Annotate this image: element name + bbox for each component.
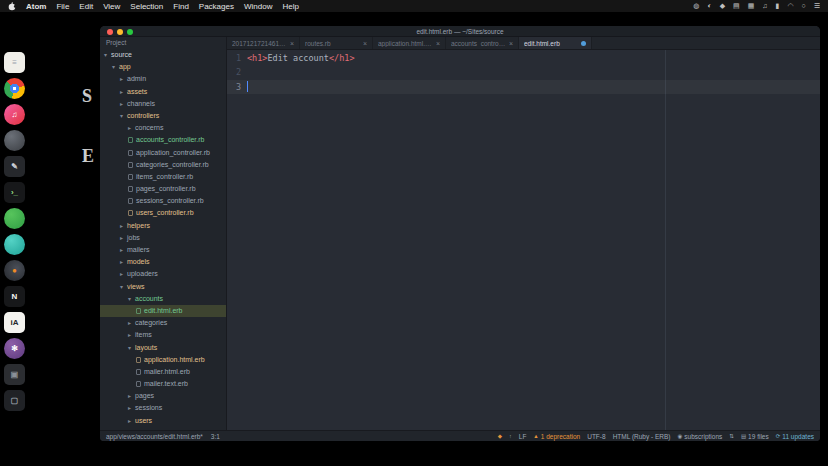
tree-folder-users[interactable]: ▸users [100, 415, 226, 427]
tree-folder-models[interactable]: ▸models [100, 256, 226, 268]
tree-file-edit.html.erb[interactable]: edit.html.erb [100, 305, 226, 317]
tree-file-users_controller.rb[interactable]: users_controller.rb [100, 207, 226, 219]
apple-menu-icon[interactable] [8, 2, 17, 11]
tab-20171217214615-add-strip-[interactable]: 20171217214615_add_strip…× [227, 37, 300, 49]
subscriptions-indicator[interactable]: ◉subscriptions [678, 433, 723, 440]
menubar-extra-icon-1[interactable]: ◍ [693, 0, 699, 12]
tree-file-categories_controller.rb[interactable]: categories_controller.rb [100, 159, 226, 171]
menu-item-file[interactable]: File [56, 2, 69, 11]
menu-item-selection[interactable]: Selection [130, 2, 163, 11]
volume-icon[interactable]: ♫ [762, 0, 767, 12]
photoshop-icon[interactable]: ✎ [4, 156, 25, 177]
tree-file-sessions_controller.rb[interactable]: sessions_controller.rb [100, 195, 226, 207]
menu-item-packages[interactable]: Packages [199, 2, 234, 11]
close-icon[interactable]: × [363, 37, 367, 50]
wifi-icon[interactable]: ◠ [787, 0, 793, 12]
tab-bar: 20171217214615_add_strip…×routes.rb×appl… [227, 37, 820, 50]
tree-file-items_controller.rb[interactable]: items_controller.rb [100, 171, 226, 183]
window-title-bar[interactable]: edit.html.erb — ~/Sites/source [100, 26, 820, 37]
notion-icon[interactable]: N [4, 286, 25, 307]
notification-center-icon[interactable]: ☰ [814, 0, 820, 12]
menu-item-view[interactable]: View [103, 2, 120, 11]
itunes-icon[interactable]: ♫ [4, 104, 25, 125]
code-token: Edit account [267, 53, 328, 63]
messages-icon[interactable] [4, 130, 25, 151]
updates-indicator[interactable]: ⟳11 updates [776, 433, 814, 440]
file-icon [136, 369, 141, 375]
close-icon[interactable]: × [290, 37, 294, 50]
menu-app-name[interactable]: Atom [26, 2, 46, 11]
notes-app-icon[interactable]: ≡ [4, 52, 25, 73]
slack-icon[interactable]: ✻ [4, 338, 25, 359]
grammar-indicator[interactable]: HTML (Ruby - ERB) [613, 433, 671, 440]
tree-file-accounts_controller.rb[interactable]: accounts_controller.rb [100, 134, 226, 146]
tree-folder-concerns[interactable]: ▸concerns [100, 122, 226, 134]
tab-routes.rb[interactable]: routes.rb× [300, 37, 373, 49]
tab-edit.html.erb[interactable]: edit.html.erb [519, 37, 592, 49]
tree-folder-accounts[interactable]: ▾accounts [100, 293, 226, 305]
tree-folder-layouts[interactable]: ▾layouts [100, 342, 226, 354]
terminal-icon[interactable]: ›_ [4, 182, 25, 203]
tab-accounts-controller.rb[interactable]: accounts_controller.rb× [446, 37, 519, 49]
line-ending-indicator[interactable]: LF [519, 433, 527, 440]
close-icon[interactable]: × [509, 37, 513, 50]
modified-dot-icon[interactable] [581, 41, 586, 46]
deprecation-warning[interactable]: ▲1 deprecation [533, 433, 580, 440]
git-arrows-indicator[interactable]: ⇅ [729, 433, 734, 439]
tree-file-application_controller.rb[interactable]: application_controller.rb [100, 147, 226, 159]
encoding-indicator[interactable]: UTF-8 [587, 433, 605, 440]
evernote-icon[interactable] [4, 208, 25, 229]
file-icon [136, 357, 141, 363]
menu-item-window[interactable]: Window [244, 2, 272, 11]
file-icon [128, 137, 133, 143]
tree-folder-jobs[interactable]: ▸jobs [100, 232, 226, 244]
tree-folder-uploaders[interactable]: ▸uploaders [100, 268, 226, 280]
tree-folder-controllers[interactable]: ▾controllers [100, 110, 226, 122]
tree-folder-channels[interactable]: ▸channels [100, 98, 226, 110]
tree-folder-helpers[interactable]: ▸helpers [100, 220, 226, 232]
tree-folder-items[interactable]: ▸items [100, 329, 226, 341]
tree-folder-sessions[interactable]: ▸sessions [100, 402, 226, 414]
battery-icon[interactable]: ▮ [776, 0, 780, 12]
search-icon[interactable]: ○ [801, 0, 805, 12]
wrap-guide [665, 50, 666, 430]
tree-file-mailer.html.erb[interactable]: mailer.html.erb [100, 366, 226, 378]
file-icon [128, 210, 133, 216]
chevron-right-icon: ▸ [128, 402, 135, 414]
photos-app-icon[interactable]: ▣ [4, 364, 25, 385]
tree-file-mailer.text.erb[interactable]: mailer.text.erb [100, 378, 226, 390]
git-status-indicator[interactable]: ◆ [498, 433, 502, 439]
tree-folder-admin[interactable]: ▸admin [100, 73, 226, 85]
tree-folder-assets[interactable]: ▸assets [100, 86, 226, 98]
menubar-extra-icon-2[interactable]: ◐ [707, 0, 711, 12]
chrome-icon[interactable] [4, 78, 25, 99]
tree-folder-source[interactable]: ▾source [100, 49, 226, 61]
tree-file-application.html.erb[interactable]: application.html.erb [100, 354, 226, 366]
trash-icon[interactable]: ▢ [4, 390, 25, 411]
display-icon[interactable]: ▤ [733, 0, 740, 12]
git-files-indicator[interactable]: ▤19 files [741, 433, 769, 440]
tree-item-label: controllers [127, 112, 159, 119]
keyboard-icon[interactable]: ▦ [748, 0, 755, 12]
menu-item-find[interactable]: Find [173, 2, 189, 11]
atom-window: edit.html.erb — ~/Sites/source Project ▾… [100, 26, 820, 441]
menu-item-edit[interactable]: Edit [79, 2, 93, 11]
tree-file-pages_controller.rb[interactable]: pages_controller.rb [100, 183, 226, 195]
tree-folder-views[interactable]: ▾views [100, 281, 226, 293]
tab-application.html.erb[interactable]: application.html.erb× [373, 37, 446, 49]
tree-folder-mailers[interactable]: ▸mailers [100, 244, 226, 256]
menu-item-help[interactable]: Help [282, 2, 298, 11]
status-cursor-position[interactable]: 3:1 [211, 433, 220, 440]
ia-writer-icon[interactable]: iA [4, 312, 25, 333]
gutter: 123 [227, 50, 241, 430]
tree-folder-app[interactable]: ▾app [100, 61, 226, 73]
firefox-icon[interactable]: ● [4, 260, 25, 281]
close-icon[interactable]: × [436, 37, 440, 50]
teal-app-icon[interactable] [4, 234, 25, 255]
arrow-up-indicator[interactable]: ↑ [509, 433, 512, 439]
tree-item-label: mailer.text.erb [144, 380, 188, 387]
dropbox-icon[interactable]: ◆ [720, 0, 725, 12]
editor-text-area[interactable]: 123 <h1>Edit account</h1> [227, 50, 820, 430]
tree-folder-pages[interactable]: ▸pages [100, 390, 226, 402]
tree-folder-categories[interactable]: ▸categories [100, 317, 226, 329]
